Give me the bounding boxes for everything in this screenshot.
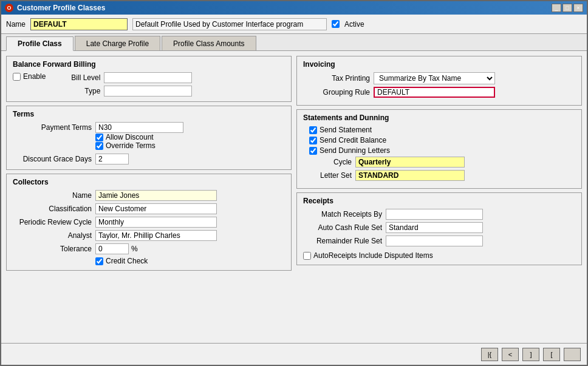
first-button[interactable]: |{: [481, 348, 498, 361]
allow-discount-label: Allow Discount: [106, 133, 154, 141]
tolerance-label: Tolerance: [13, 245, 92, 253]
type-label: Type: [64, 87, 100, 95]
collector-name-input[interactable]: [95, 190, 217, 201]
tax-printing-select[interactable]: Summarize By Tax Name: [374, 72, 495, 84]
active-checkbox[interactable]: [332, 20, 340, 28]
statements-title: Statements and Dunning: [303, 114, 575, 122]
cycle-label: Cycle: [303, 158, 352, 166]
name-input[interactable]: [30, 18, 128, 30]
collectors-title: Collectors: [13, 178, 285, 186]
periodic-review-input[interactable]: [95, 217, 217, 228]
classification-label: Classification: [13, 205, 92, 213]
terms-section: Terms Payment Terms Allow Discount Overr…: [6, 106, 292, 170]
discount-grace-input[interactable]: [95, 154, 129, 164]
periodic-review-row: Periodic Review Cycle: [13, 217, 285, 228]
payment-terms-label: Payment Terms: [13, 123, 92, 132]
send-dunning-row: Send Dunning Letters: [309, 146, 575, 155]
remainder-input[interactable]: [386, 236, 483, 246]
override-terms-label: Override Terms: [106, 141, 156, 150]
remainder-row: Remainder Rule Set: [303, 236, 575, 246]
analyst-label: Analyst: [13, 231, 92, 240]
credit-check-label: Credit Check: [106, 257, 148, 265]
send-statement-label: Send Statement: [320, 126, 372, 134]
close-button[interactable]: ×: [573, 4, 583, 12]
grouping-rule-label: Grouping Rule: [303, 88, 370, 97]
collector-name-label: Name: [13, 191, 92, 200]
discount-grace-row: Discount Grace Days: [13, 154, 285, 164]
tab-profile-class-amounts[interactable]: Profile Class Amounts: [162, 36, 256, 50]
auto-cash-label: Auto Cash Rule Set: [303, 223, 382, 232]
app-icon: O: [5, 4, 13, 12]
name-label: Name: [6, 20, 26, 29]
bill-level-input[interactable]: [104, 72, 192, 83]
override-terms-checkbox[interactable]: [95, 142, 103, 150]
send-dunning-checkbox[interactable]: [309, 147, 317, 155]
classification-input[interactable]: [95, 203, 217, 214]
tolerance-row: Tolerance %: [13, 243, 285, 254]
type-row: Type: [64, 86, 192, 97]
autoreceipts-label: AutoReceipts Include Disputed Items: [313, 251, 433, 260]
credit-check-row: Credit Check: [95, 257, 285, 265]
enable-checkbox[interactable]: [13, 73, 21, 81]
autoreceipts-row: AutoReceipts Include Disputed Items: [303, 251, 575, 260]
description-input[interactable]: [132, 18, 327, 30]
match-by-row: Match Receipts By: [303, 209, 575, 220]
bill-level-row: Bill Level: [64, 72, 192, 83]
invoicing-section: Invoicing Tax Printing Summarize By Tax …: [296, 56, 582, 106]
main-content: Balance Forward Billing Enable Bill Leve…: [1, 51, 587, 343]
autoreceipts-checkbox[interactable]: [303, 252, 311, 260]
bottom-bar: |{ < ] [: [1, 343, 587, 365]
balance-forward-title: Balance Forward Billing: [13, 60, 285, 69]
end-button[interactable]: [564, 348, 581, 361]
match-by-label: Match Receipts By: [303, 210, 382, 219]
remainder-label: Remainder Rule Set: [303, 237, 382, 245]
send-statement-row: Send Statement: [309, 126, 575, 134]
enable-label: Enable: [23, 72, 46, 81]
analyst-row: Analyst: [13, 230, 285, 241]
cycle-input[interactable]: [355, 157, 465, 168]
grouping-rule-input[interactable]: [374, 87, 495, 98]
last-button[interactable]: [: [543, 348, 560, 361]
next-button[interactable]: ]: [522, 348, 539, 361]
send-credit-balance-checkbox[interactable]: [309, 137, 317, 144]
grouping-rule-row: Grouping Rule: [303, 87, 575, 98]
allow-discount-row: Allow Discount: [95, 133, 285, 141]
balance-forward-section: Balance Forward Billing Enable Bill Leve…: [6, 56, 292, 102]
invoicing-title: Invoicing: [303, 60, 575, 69]
tab-late-charge-profile[interactable]: Late Charge Profile: [75, 36, 160, 50]
maximize-button[interactable]: □: [562, 4, 572, 12]
match-by-input[interactable]: [386, 209, 483, 220]
send-statement-checkbox[interactable]: [309, 126, 317, 134]
minimize-button[interactable]: _: [552, 4, 561, 12]
letter-set-input[interactable]: [355, 170, 465, 181]
receipts-title: Receipts: [303, 197, 575, 205]
periodic-review-label: Periodic Review Cycle: [13, 218, 92, 226]
allow-discount-checkbox[interactable]: [95, 134, 103, 141]
window-title: Customer Profile Classes: [17, 4, 552, 12]
collectors-section: Collectors Name Classification Periodic …: [6, 174, 292, 271]
toolbar: Name Active: [1, 15, 587, 34]
prev-button[interactable]: <: [502, 348, 519, 361]
override-terms-row: Override Terms: [95, 141, 285, 150]
type-input[interactable]: [104, 86, 192, 97]
collector-name-row: Name: [13, 190, 285, 201]
enable-row: Enable: [13, 72, 46, 81]
credit-check-checkbox[interactable]: [95, 257, 103, 265]
statements-section: Statements and Dunning Send Statement Se…: [296, 109, 582, 189]
tax-printing-row: Tax Printing Summarize By Tax Name: [303, 72, 575, 84]
tab-profile-class[interactable]: Profile Class: [6, 36, 74, 51]
title-bar: O Customer Profile Classes _ □ ×: [1, 1, 587, 15]
customer-profile-classes-window: O Customer Profile Classes _ □ × Name Ac…: [0, 0, 588, 366]
right-panel: Invoicing Tax Printing Summarize By Tax …: [296, 56, 582, 338]
tolerance-input[interactable]: [95, 243, 129, 254]
analyst-input[interactable]: [95, 230, 217, 241]
auto-cash-input[interactable]: [386, 222, 483, 233]
auto-cash-row: Auto Cash Rule Set: [303, 222, 575, 233]
title-bar-buttons: _ □ ×: [552, 4, 583, 12]
cycle-row: Cycle: [303, 157, 575, 168]
letter-set-label: Letter Set: [303, 171, 352, 180]
receipts-section: Receipts Match Receipts By Auto Cash Rul…: [296, 192, 582, 265]
payment-terms-input[interactable]: [95, 122, 183, 133]
terms-title: Terms: [13, 110, 285, 118]
tax-printing-label: Tax Printing: [303, 74, 370, 83]
